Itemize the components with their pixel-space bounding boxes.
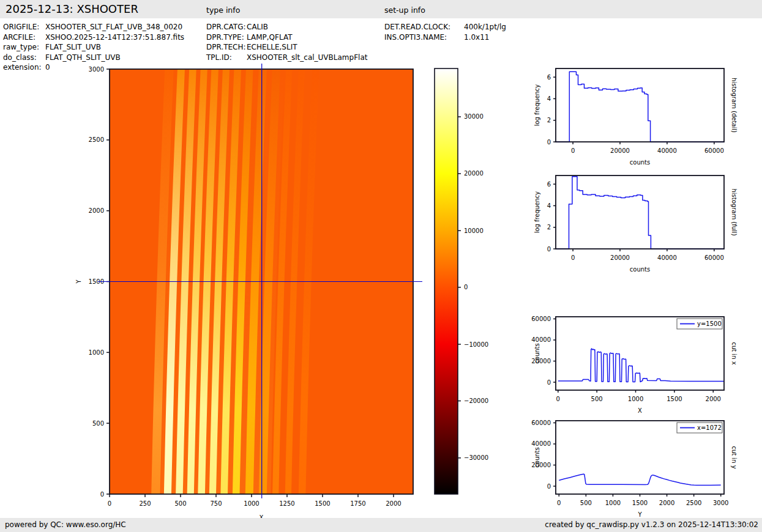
colorbar-tick-label: 20000 bbox=[464, 170, 484, 177]
x-tick-label: 500 bbox=[580, 500, 592, 506]
legend-label: x=1072 bbox=[697, 424, 722, 431]
plot-frame bbox=[556, 68, 724, 142]
x-tick-label: 0 bbox=[571, 254, 575, 261]
y-axis-label: counts bbox=[534, 343, 540, 363]
right-axis-label: cut in y bbox=[731, 446, 738, 468]
x-tick-label: 750 bbox=[210, 500, 222, 507]
x-tick-label: 2000 bbox=[706, 396, 721, 402]
footer-created-by: created by qc_rawdisp.py v1.2.3 on 2025-… bbox=[545, 520, 758, 529]
chart-hist-detail: 02000040000600000246countslog frequencyh… bbox=[534, 68, 738, 166]
y-axis-label: log frequency bbox=[534, 191, 540, 234]
data-curve bbox=[556, 177, 724, 249]
chart-cut-x: 05001000150020000200004000060000Xcountsc… bbox=[531, 316, 737, 414]
y-tick-label: 3000 bbox=[89, 66, 104, 73]
figure-canvas: 0250500750100012501500175020000500100015… bbox=[0, 0, 762, 532]
y-tick-label: 40000 bbox=[531, 440, 551, 447]
legend: y=1500 bbox=[677, 319, 722, 329]
x-tick-label: 2000 bbox=[659, 500, 674, 506]
colorbar-tick-label: 0 bbox=[464, 284, 468, 290]
footer-powered-by: powered by QC: www.eso.org/HC bbox=[5, 520, 126, 529]
x-tick-label: 20000 bbox=[610, 147, 630, 154]
right-axis-label: cut in x bbox=[731, 342, 738, 364]
x-tick-label: 1000 bbox=[628, 396, 643, 402]
y-tick-label: 4 bbox=[547, 95, 551, 102]
x-tick-label: 0 bbox=[557, 500, 561, 506]
x-tick-label: 250 bbox=[139, 500, 151, 507]
y-tick-label: 2 bbox=[547, 224, 551, 231]
y-tick-label: 60000 bbox=[531, 419, 551, 426]
right-axis-label: histogram (detail) bbox=[731, 78, 738, 133]
right-axis-label: histogram (full) bbox=[731, 188, 738, 235]
x-axis-label: Y bbox=[637, 511, 642, 518]
chart-cut-y: 0500100015002000250030000200004000060000… bbox=[531, 419, 737, 518]
x-tick-label: 500 bbox=[174, 500, 186, 507]
y-tick-label: 4 bbox=[547, 202, 551, 209]
data-curve bbox=[556, 72, 724, 142]
x-tick-label: 60000 bbox=[704, 147, 724, 154]
y-tick-label: 2000 bbox=[89, 207, 104, 214]
y-axis-label: log frequency bbox=[534, 84, 540, 127]
legend-label: y=1500 bbox=[697, 320, 722, 327]
chart-image: 0250500750100012501500175020000500100015… bbox=[75, 64, 423, 521]
x-tick-label: 2000 bbox=[386, 500, 401, 507]
x-tick-label: 40000 bbox=[657, 254, 677, 261]
y-tick-label: 0 bbox=[547, 379, 551, 386]
x-tick-label: 1000 bbox=[605, 500, 621, 506]
colorbar-tick-label: 10000 bbox=[464, 227, 484, 234]
y-tick-label: 2500 bbox=[89, 136, 104, 143]
y-tick-label: 0 bbox=[547, 246, 551, 253]
y-tick-label: 2 bbox=[547, 117, 551, 124]
colorbar-gradient bbox=[435, 68, 458, 494]
x-tick-label: 0 bbox=[556, 396, 560, 402]
x-tick-label: 2500 bbox=[686, 500, 701, 506]
data-curve bbox=[559, 474, 720, 485]
x-tick-label: 1000 bbox=[244, 500, 259, 507]
x-axis-label: counts bbox=[630, 266, 650, 273]
x-tick-label: 3000 bbox=[713, 500, 728, 506]
x-tick-label: 1500 bbox=[632, 500, 648, 506]
y-axis-label: counts bbox=[534, 447, 540, 467]
y-tick-label: 6 bbox=[547, 74, 551, 81]
x-tick-label: 0 bbox=[571, 147, 575, 154]
x-tick-label: 20000 bbox=[610, 254, 630, 261]
y-axis-label: Y bbox=[75, 279, 82, 284]
x-tick-label: 500 bbox=[591, 396, 603, 402]
y-tick-label: 0 bbox=[100, 491, 104, 498]
y-tick-label: 1000 bbox=[89, 349, 104, 356]
y-tick-label: 6 bbox=[547, 181, 551, 188]
y-tick-label: 500 bbox=[92, 420, 104, 427]
data-curve bbox=[558, 349, 724, 382]
y-tick-label: 60000 bbox=[531, 316, 551, 322]
y-tick-label: 0 bbox=[547, 483, 551, 490]
plot-frame bbox=[556, 175, 724, 249]
x-axis-label: counts bbox=[630, 159, 650, 166]
x-tick-label: 1500 bbox=[667, 396, 682, 402]
x-tick-label: 60000 bbox=[704, 254, 724, 261]
chart-hist-full: 02000040000600000246countslog frequencyh… bbox=[534, 175, 738, 273]
colorbar-tick-label: −10000 bbox=[464, 341, 488, 348]
x-tick-label: 0 bbox=[108, 500, 111, 507]
x-tick-label: 1500 bbox=[315, 500, 330, 507]
colorbar: 3000020000100000−10000−20000−30000 bbox=[435, 68, 488, 494]
x-tick-label: 40000 bbox=[657, 147, 677, 154]
legend: x=1072 bbox=[677, 423, 722, 433]
colorbar-tick-label: 30000 bbox=[464, 113, 484, 120]
x-tick-label: 1750 bbox=[350, 500, 365, 507]
colorbar-tick-label: −20000 bbox=[464, 397, 488, 404]
y-tick-label: 40000 bbox=[531, 336, 551, 343]
x-tick-label: 1250 bbox=[279, 500, 294, 507]
y-tick-label: 0 bbox=[547, 139, 551, 146]
colorbar-tick-label: −30000 bbox=[464, 454, 488, 461]
x-axis-label: X bbox=[638, 407, 642, 414]
